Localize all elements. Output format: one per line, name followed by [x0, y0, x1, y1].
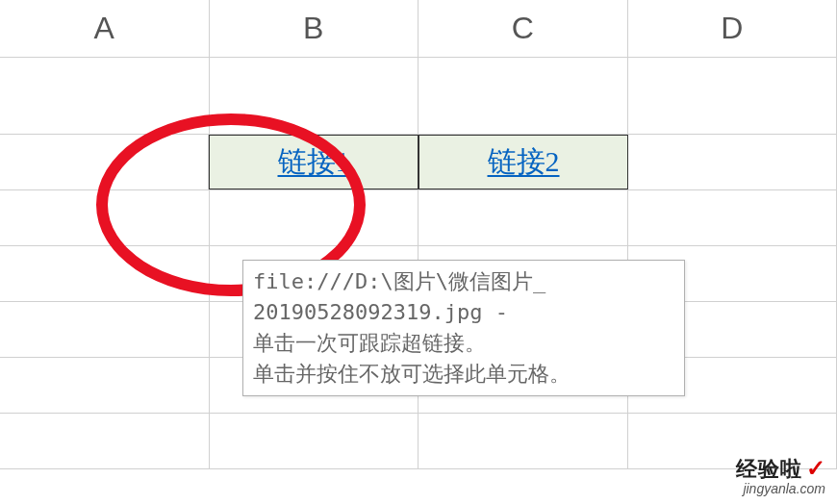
tooltip-line-3: 单击一次可跟踪超链接。 — [253, 328, 674, 359]
tooltip-line-4: 单击并按住不放可选择此单元格。 — [253, 359, 674, 390]
watermark: 经验啦✓ jingyanla.com — [736, 456, 825, 496]
cell-a6[interactable] — [0, 358, 210, 413]
cell-a5[interactable] — [0, 302, 210, 357]
cell-b7[interactable] — [210, 414, 419, 468]
column-header-row: A B C D — [0, 0, 837, 58]
grid-row-7 — [0, 414, 837, 469]
cell-a7[interactable] — [0, 414, 210, 468]
column-header-b[interactable]: B — [210, 0, 419, 57]
tooltip-line-2: 20190528092319.jpg - — [253, 297, 674, 328]
spreadsheet-grid: A B C D 链接1 链接2 — [0, 0, 837, 504]
cell-a3[interactable] — [0, 190, 210, 245]
watermark-url: jingyanla.com — [736, 482, 825, 496]
check-icon: ✓ — [806, 455, 825, 481]
cell-b3[interactable] — [210, 190, 419, 245]
tooltip-line-1: file:///D:\图片\微信图片_ — [253, 266, 674, 297]
cell-d2[interactable] — [628, 135, 837, 189]
grid-row-3 — [0, 190, 837, 246]
cell-b2[interactable]: 链接1 — [209, 135, 418, 189]
cell-a4[interactable] — [0, 246, 210, 301]
watermark-text: 经验啦 — [736, 457, 802, 481]
grid-row-2: 链接1 链接2 — [0, 135, 837, 190]
cell-b1[interactable] — [210, 58, 419, 134]
column-header-c[interactable]: C — [418, 0, 628, 57]
cell-a2[interactable] — [0, 135, 209, 189]
cell-c2[interactable]: 链接2 — [418, 135, 628, 189]
cell-c3[interactable] — [418, 190, 628, 245]
column-header-a[interactable]: A — [0, 0, 210, 57]
cell-c1[interactable] — [418, 58, 628, 134]
column-header-d[interactable]: D — [628, 0, 838, 57]
cell-d1[interactable] — [628, 58, 838, 134]
cell-a1[interactable] — [0, 58, 210, 134]
hyperlink-2[interactable]: 链接2 — [488, 142, 560, 182]
cell-c7[interactable] — [418, 414, 628, 468]
grid-row-1 — [0, 58, 837, 135]
hyperlink-1[interactable]: 链接1 — [278, 142, 350, 182]
hyperlink-tooltip: file:///D:\图片\微信图片_ 20190528092319.jpg -… — [242, 260, 685, 396]
cell-d3[interactable] — [628, 190, 838, 245]
